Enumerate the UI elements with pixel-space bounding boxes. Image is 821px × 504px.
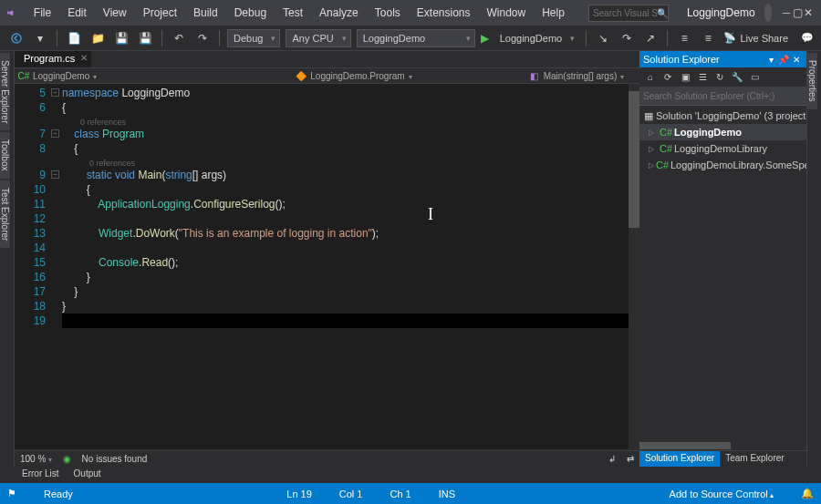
- minimize-button[interactable]: ─: [781, 4, 792, 22]
- save-all-button[interactable]: 💾: [136, 29, 154, 47]
- solution-bottom-tabs: Solution Explorer Team Explorer: [639, 450, 806, 467]
- code-area[interactable]: namespace LoggingDemo { 0 references cla…: [62, 84, 639, 449]
- menu-analyze[interactable]: Analyze: [312, 3, 366, 23]
- menu-build[interactable]: Build: [186, 3, 225, 23]
- references-lens[interactable]: 0 references: [80, 118, 126, 127]
- menu-view[interactable]: View: [96, 3, 134, 23]
- collapse-icon[interactable]: ▣: [678, 70, 692, 85]
- undo-button[interactable]: ↶: [170, 29, 188, 47]
- solution-explorer-tab[interactable]: Solution Explorer: [639, 451, 720, 467]
- maximize-button[interactable]: ▢: [792, 4, 803, 22]
- source-control-button[interactable]: Add to Source Control: [670, 489, 774, 499]
- fold-class[interactable]: −: [51, 129, 59, 138]
- csharp-project-icon: C#: [657, 159, 668, 170]
- solution-tree[interactable]: ▦ Solution 'LoggingDemo' (3 projects) ▷ …: [639, 106, 806, 441]
- left-sidebar: Server Explorer Toolbox Test Explorer: [0, 51, 15, 467]
- project-crumb[interactable]: C# LoggingDemo: [18, 70, 97, 81]
- right-sidebar: Properties: [806, 51, 821, 467]
- refresh-icon[interactable]: ↻: [712, 70, 727, 85]
- solution-icon: ▦: [644, 110, 653, 121]
- error-list-tab[interactable]: Error List: [15, 467, 67, 483]
- save-button[interactable]: 💾: [112, 29, 130, 47]
- tab-label: Program.cs: [24, 53, 75, 64]
- server-explorer-tab[interactable]: Server Explorer: [0, 53, 10, 130]
- references-lens[interactable]: 0 references: [89, 159, 135, 168]
- platform-dropdown[interactable]: Any CPU: [286, 29, 350, 47]
- team-explorer-tab[interactable]: Team Explorer: [720, 451, 789, 467]
- project-specific[interactable]: ▷ C# LoggingDemoLibrary.SomeSpecific: [639, 157, 806, 173]
- config-dropdown[interactable]: Debug: [227, 29, 280, 47]
- class-crumb[interactable]: 🔶 LoggingDemo.Program: [296, 70, 411, 81]
- quick-launch-input[interactable]: [593, 8, 657, 18]
- fold-namespace[interactable]: −: [51, 88, 59, 97]
- pin-icon[interactable]: 📌: [777, 53, 790, 66]
- menu-file[interactable]: File: [26, 3, 58, 23]
- scrollbar-thumb[interactable]: [629, 91, 639, 228]
- vertical-scrollbar[interactable]: [629, 84, 639, 449]
- project-label: LoggingDemoLibrary: [674, 143, 767, 154]
- flag-icon[interactable]: ⚑: [7, 488, 16, 499]
- expand-icon[interactable]: ▷: [649, 161, 654, 170]
- solution-explorer-header[interactable]: Solution Explorer ▾ 📌 ✕: [639, 51, 806, 67]
- new-button[interactable]: 📄: [65, 29, 83, 47]
- issues-label[interactable]: No issues found: [82, 454, 148, 464]
- scrollbar-thumb[interactable]: [639, 442, 731, 449]
- solution-explorer: Solution Explorer ▾ 📌 ✕ ⌂ ⟳ ▣ ☰ ↻ 🔧 ▭ ▦ …: [639, 51, 806, 467]
- line-ending-icon[interactable]: ↲: [608, 454, 616, 464]
- properties-tab[interactable]: Properties: [807, 53, 817, 109]
- menu-help[interactable]: Help: [535, 3, 572, 23]
- menu-tools[interactable]: Tools: [368, 3, 408, 23]
- tab-program-cs[interactable]: Program.cs ✕: [15, 51, 91, 67]
- ins-label: INS: [439, 489, 455, 499]
- live-share-button[interactable]: 📡 Live Share 💬: [723, 32, 814, 44]
- show-all-icon[interactable]: ☰: [695, 70, 710, 85]
- open-button[interactable]: 📁: [88, 29, 107, 47]
- sync-icon[interactable]: ⟳: [660, 70, 675, 85]
- forward-button[interactable]: ▾: [31, 29, 49, 47]
- solution-search-input[interactable]: [643, 91, 803, 101]
- test-explorer-tab[interactable]: Test Explorer: [0, 180, 10, 248]
- dropdown-icon[interactable]: ▾: [764, 53, 777, 66]
- output-tab[interactable]: Output: [67, 467, 109, 483]
- step-into-button[interactable]: ↘: [594, 29, 612, 47]
- solution-search[interactable]: [639, 87, 806, 106]
- expand-icon[interactable]: ▷: [649, 145, 658, 153]
- menu-project[interactable]: Project: [136, 3, 184, 23]
- menu-window[interactable]: Window: [480, 3, 534, 23]
- properties-icon[interactable]: 🔧: [730, 70, 744, 85]
- menu-edit[interactable]: Edit: [60, 3, 94, 23]
- comment-button[interactable]: ≡: [675, 29, 693, 47]
- solution-root[interactable]: ▦ Solution 'LoggingDemo' (3 projects): [639, 108, 806, 124]
- close-panel-icon[interactable]: ✕: [790, 53, 803, 66]
- menu-debug[interactable]: Debug: [227, 3, 274, 23]
- back-button[interactable]: [7, 29, 26, 47]
- home-icon[interactable]: ⌂: [643, 70, 658, 85]
- close-tab-icon[interactable]: ✕: [80, 53, 88, 63]
- toolbox-tab[interactable]: Toolbox: [0, 132, 10, 178]
- arrows-icon[interactable]: ⇄: [627, 454, 634, 464]
- redo-button[interactable]: ↷: [193, 29, 212, 47]
- step-out-button[interactable]: ↗: [641, 29, 660, 47]
- project-library[interactable]: ▷ C# LoggingDemoLibrary: [639, 140, 806, 157]
- menu-test[interactable]: Test: [275, 3, 310, 23]
- close-button[interactable]: ✕: [803, 4, 814, 22]
- user-avatar[interactable]: [764, 4, 773, 22]
- play-icon[interactable]: ▶: [481, 32, 489, 45]
- step-over-button[interactable]: ↷: [618, 29, 636, 47]
- uncomment-button[interactable]: ≡: [699, 29, 717, 47]
- startup-dropdown[interactable]: LoggingDemo: [357, 29, 475, 47]
- run-dropdown[interactable]: LoggingDemo: [494, 29, 579, 47]
- quick-launch[interactable]: 🔍: [588, 5, 669, 22]
- menu-extensions[interactable]: Extensions: [410, 3, 478, 23]
- method-crumb[interactable]: ◧ Main(string[] args): [529, 70, 625, 81]
- preview-icon[interactable]: ▭: [747, 70, 762, 85]
- project-loggingdemo[interactable]: ▷ C# LoggingDemo: [639, 124, 806, 140]
- feedback-icon[interactable]: 💬: [801, 32, 814, 44]
- horizontal-scrollbar[interactable]: [639, 441, 806, 450]
- notifications-icon[interactable]: 🔔: [801, 488, 814, 499]
- zoom-level[interactable]: 100 %: [20, 454, 52, 464]
- ready-label: Ready: [44, 489, 73, 499]
- fold-method[interactable]: −: [51, 170, 59, 179]
- code-editor[interactable]: 5678910111213141516171819 − − − namespac…: [15, 84, 639, 449]
- expand-icon[interactable]: ▷: [649, 129, 658, 137]
